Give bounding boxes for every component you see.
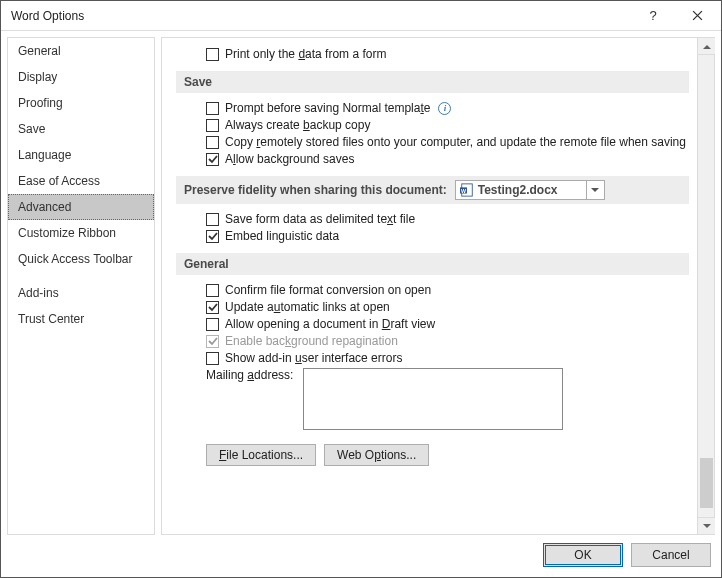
scroll-up-button[interactable] (698, 38, 715, 55)
section-save: Save (176, 71, 689, 93)
chevron-down-icon (703, 524, 711, 529)
titlebar: Word Options ? (1, 1, 721, 31)
section-general: General (176, 253, 689, 275)
info-icon[interactable]: i (438, 102, 451, 115)
sidebar-item-save[interactable]: Save (8, 116, 154, 142)
checkbox[interactable] (206, 153, 219, 166)
checkbox[interactable] (206, 48, 219, 61)
ok-button[interactable]: OK (543, 543, 623, 567)
option-background-repagination: Enable background repagination (206, 334, 689, 348)
chevron-up-icon (703, 44, 711, 49)
checkbox[interactable] (206, 213, 219, 226)
scroll-down-button[interactable] (698, 517, 715, 534)
category-sidebar: General Display Proofing Save Language E… (7, 37, 155, 535)
sidebar-item-language[interactable]: Language (8, 142, 154, 168)
web-options-button[interactable]: Web Options... (324, 444, 429, 466)
sidebar-item-quick-access-toolbar[interactable]: Quick Access Toolbar (8, 246, 154, 272)
checkbox[interactable] (206, 301, 219, 314)
option-open-draft-view[interactable]: Allow opening a document in Draft view (206, 317, 689, 331)
content-panel: Print only the data from a form Save Pro… (161, 37, 715, 535)
checkbox[interactable] (206, 119, 219, 132)
option-label: Confirm file format conversion on open (225, 283, 431, 297)
option-copy-remote-files[interactable]: Copy remotely stored files onto your com… (206, 135, 689, 149)
sidebar-item-customize-ribbon[interactable]: Customize Ribbon (8, 220, 154, 246)
checkbox[interactable] (206, 136, 219, 149)
svg-text:W: W (461, 188, 466, 194)
cancel-button[interactable]: Cancel (631, 543, 711, 567)
close-icon (692, 10, 703, 21)
sidebar-item-add-ins[interactable]: Add-ins (8, 280, 154, 306)
scroll-thumb[interactable] (700, 458, 713, 508)
option-update-auto-links[interactable]: Update automatic links at open (206, 300, 689, 314)
option-label: Print only the data from a form (225, 47, 386, 61)
sidebar-item-ease-of-access[interactable]: Ease of Access (8, 168, 154, 194)
checkbox[interactable] (206, 318, 219, 331)
document-name: Testing2.docx (478, 183, 558, 197)
option-confirm-conversion[interactable]: Confirm file format conversion on open (206, 283, 689, 297)
window-title: Word Options (11, 9, 631, 23)
dialog-footer: OK Cancel (1, 541, 721, 573)
file-locations-button[interactable]: File Locations... (206, 444, 316, 466)
option-label: Allow background saves (225, 152, 354, 166)
mailing-address-row: Mailing address: (206, 368, 689, 430)
mailing-address-field[interactable] (303, 368, 563, 430)
option-label: Copy remotely stored files onto your com… (225, 135, 686, 149)
option-backup-copy[interactable]: Always create backup copy (206, 118, 689, 132)
vertical-scrollbar[interactable] (697, 38, 714, 534)
option-addin-ui-errors[interactable]: Show add-in user interface errors (206, 351, 689, 365)
option-prompt-normal-template[interactable]: Prompt before saving Normal template i (206, 101, 689, 115)
mailing-address-label: Mailing address: (206, 368, 293, 382)
help-button[interactable]: ? (631, 2, 675, 30)
sidebar-item-proofing[interactable]: Proofing (8, 90, 154, 116)
word-doc-icon: W (460, 183, 474, 197)
checkbox[interactable] (206, 102, 219, 115)
checkbox[interactable] (206, 352, 219, 365)
option-label: Update automatic links at open (225, 300, 390, 314)
option-label: Show add-in user interface errors (225, 351, 402, 365)
option-label: Prompt before saving Normal template (225, 101, 430, 115)
chevron-down-icon (586, 181, 604, 199)
section-fidelity: Preserve fidelity when sharing this docu… (176, 176, 689, 204)
option-label: Save form data as delimited text file (225, 212, 415, 226)
checkbox[interactable] (206, 230, 219, 243)
section-fidelity-label: Preserve fidelity when sharing this docu… (184, 183, 447, 197)
checkbox (206, 335, 219, 348)
sidebar-item-general[interactable]: General (8, 38, 154, 64)
sidebar-item-display[interactable]: Display (8, 64, 154, 90)
option-label: Allow opening a document in Draft view (225, 317, 435, 331)
option-save-delimited[interactable]: Save form data as delimited text file (206, 212, 689, 226)
option-label: Embed linguistic data (225, 229, 339, 243)
option-embed-linguistic[interactable]: Embed linguistic data (206, 229, 689, 243)
option-allow-background-saves[interactable]: Allow background saves (206, 152, 689, 166)
document-selector[interactable]: W Testing2.docx (455, 180, 605, 200)
option-label: Enable background repagination (225, 334, 398, 348)
option-label: Always create backup copy (225, 118, 370, 132)
checkbox[interactable] (206, 284, 219, 297)
sidebar-item-trust-center[interactable]: Trust Center (8, 306, 154, 332)
sidebar-item-advanced[interactable]: Advanced (8, 194, 154, 220)
close-button[interactable] (675, 2, 719, 30)
option-print-only-data[interactable]: Print only the data from a form (206, 47, 689, 61)
